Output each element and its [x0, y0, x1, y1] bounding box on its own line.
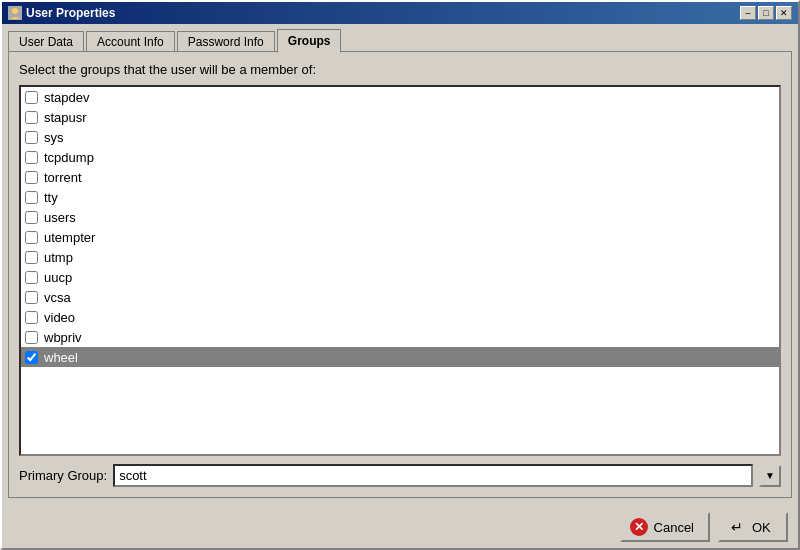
maximize-button[interactable]: □	[758, 6, 774, 20]
primary-group-input[interactable]	[113, 464, 753, 487]
list-item[interactable]: wbpriv	[21, 327, 779, 347]
list-item[interactable]: utempter	[21, 227, 779, 247]
title-bar: User Properties – □ ✕	[2, 2, 798, 24]
primary-group-row: Primary Group: ▼	[19, 464, 781, 487]
list-item[interactable]: stapdev	[21, 87, 779, 107]
group-name: uucp	[44, 270, 72, 285]
list-item[interactable]: torrent	[21, 167, 779, 187]
groups-list[interactable]: stapdevstapusrsystcpdumptorrentttyusersu…	[19, 85, 781, 456]
group-checkbox[interactable]	[25, 171, 38, 184]
cancel-button[interactable]: ✕ Cancel	[620, 512, 710, 542]
groups-tab-content: Select the groups that the user will be …	[8, 51, 792, 498]
ok-button[interactable]: ↵ OK	[718, 512, 788, 542]
primary-group-label: Primary Group:	[19, 468, 107, 483]
ok-label: OK	[752, 520, 771, 535]
group-name: tcpdump	[44, 150, 94, 165]
list-item[interactable]: stapusr	[21, 107, 779, 127]
list-item[interactable]: users	[21, 207, 779, 227]
svg-point-0	[12, 8, 18, 14]
list-item[interactable]: wheel	[21, 347, 779, 367]
tab-bar: User Data Account Info Password Info Gro…	[8, 28, 792, 52]
group-checkbox[interactable]	[25, 91, 38, 104]
group-name: tty	[44, 190, 58, 205]
tab-password-info[interactable]: Password Info	[177, 31, 275, 53]
group-checkbox[interactable]	[25, 311, 38, 324]
title-bar-left: User Properties	[8, 6, 115, 20]
group-name: wheel	[44, 350, 78, 365]
group-checkbox[interactable]	[25, 111, 38, 124]
group-checkbox[interactable]	[25, 131, 38, 144]
group-name: sys	[44, 130, 64, 145]
group-checkbox[interactable]	[25, 251, 38, 264]
group-checkbox[interactable]	[25, 351, 38, 364]
group-name: stapdev	[44, 90, 90, 105]
window-icon	[8, 6, 22, 20]
group-checkbox[interactable]	[25, 151, 38, 164]
instruction-text: Select the groups that the user will be …	[19, 62, 781, 77]
list-item[interactable]: utmp	[21, 247, 779, 267]
group-checkbox[interactable]	[25, 331, 38, 344]
list-item[interactable]: uucp	[21, 267, 779, 287]
group-name: vcsa	[44, 290, 71, 305]
dropdown-arrow-icon: ▼	[765, 470, 775, 481]
group-name: torrent	[44, 170, 82, 185]
tab-account-info[interactable]: Account Info	[86, 31, 175, 53]
list-item[interactable]: sys	[21, 127, 779, 147]
cancel-label: Cancel	[654, 520, 694, 535]
group-name: utempter	[44, 230, 95, 245]
close-button[interactable]: ✕	[776, 6, 792, 20]
group-checkbox[interactable]	[25, 231, 38, 244]
group-checkbox[interactable]	[25, 191, 38, 204]
ok-icon: ↵	[728, 518, 746, 536]
group-name: stapusr	[44, 110, 87, 125]
group-name: users	[44, 210, 76, 225]
button-row: ✕ Cancel ↵ OK	[2, 504, 798, 548]
cancel-icon: ✕	[630, 518, 648, 536]
list-item[interactable]: video	[21, 307, 779, 327]
window-title: User Properties	[26, 6, 115, 20]
title-buttons: – □ ✕	[740, 6, 792, 20]
user-properties-window: User Properties – □ ✕ User Data Account …	[0, 0, 800, 550]
list-item[interactable]: tty	[21, 187, 779, 207]
group-name: utmp	[44, 250, 73, 265]
tab-user-data[interactable]: User Data	[8, 31, 84, 53]
group-checkbox[interactable]	[25, 271, 38, 284]
group-checkbox[interactable]	[25, 211, 38, 224]
main-content: User Data Account Info Password Info Gro…	[2, 24, 798, 504]
group-name: video	[44, 310, 75, 325]
primary-group-dropdown[interactable]: ▼	[759, 465, 781, 487]
list-item[interactable]: vcsa	[21, 287, 779, 307]
group-checkbox[interactable]	[25, 291, 38, 304]
list-item[interactable]: tcpdump	[21, 147, 779, 167]
group-name: wbpriv	[44, 330, 82, 345]
tab-groups[interactable]: Groups	[277, 29, 342, 53]
minimize-button[interactable]: –	[740, 6, 756, 20]
